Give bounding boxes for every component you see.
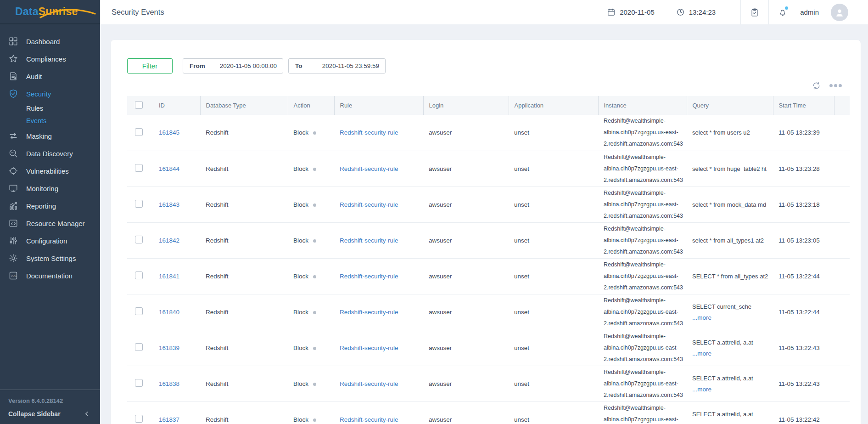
column-header-login[interactable]: Login [423,96,509,115]
rule-link[interactable]: Redshift-security-rule [340,165,398,172]
row-checkbox[interactable] [135,200,143,208]
application-cell: unset [509,258,598,294]
login-cell: awsuser [423,187,509,222]
login-cell: awsuser [423,222,509,258]
query-more-link[interactable]: ...more [692,312,711,323]
event-id-link[interactable]: 161840 [159,309,179,316]
row-checkbox[interactable] [135,164,143,172]
rule-link[interactable]: Redshift-security-rule [340,380,398,387]
action-status-dot [313,239,316,243]
row-checkbox[interactable] [135,415,143,423]
sidebar-item-security[interactable]: Security [0,85,100,102]
sidebar-item-masking[interactable]: Masking [0,127,100,145]
to-datetime-field[interactable]: To 2020-11-05 23:59:59 [288,58,386,73]
filter-button[interactable]: Filter [127,58,173,73]
application-cell: unset [509,401,598,424]
login-cell: awsuser [423,366,509,401]
rule-link[interactable]: Redshift-security-rule [340,273,398,280]
sidebar-item-resource-manager[interactable]: Resource Manager [0,215,100,232]
row-end-spacer [834,258,850,294]
sidebar-subitem-events[interactable]: Events [0,115,100,127]
event-row: 161845RedshiftBlockRedshift-security-rul… [127,115,850,151]
current-time: 13:24:23 [676,8,716,17]
sidebar-item-vulnerabilities[interactable]: Vulnerabilities [0,162,100,180]
column-header-query[interactable]: Query [687,96,773,115]
user-menu[interactable]: admin [800,8,819,16]
sidebar-subitem-rules[interactable]: Rules [0,102,100,115]
column-header-action[interactable]: Action [288,96,334,115]
row-checkbox[interactable] [135,236,143,243]
top-bar-right: 2020-11-05 13:24:23 admin [607,0,868,24]
column-header-rule[interactable]: Rule [334,96,423,115]
sidebar-item-compliances[interactable]: Compliances [0,50,100,68]
row-checkbox[interactable] [135,128,143,136]
rule-link[interactable]: Redshift-security-rule [340,201,398,208]
from-datetime-field[interactable]: From 2020-11-05 00:00:00 [183,58,283,73]
query-more-link[interactable]: ...more [692,348,711,359]
sidebar-item-system-settings[interactable]: System Settings [0,249,100,267]
database-type-cell: Redshift [200,294,288,330]
query-more-link[interactable]: ...more [692,420,711,424]
events-card: Filter From 2020-11-05 00:00:00 To 2020-… [111,40,861,424]
code-window-icon [8,218,18,228]
more-options-button[interactable] [829,84,842,88]
sidebar-item-dashboard[interactable]: Dashboard [0,33,100,50]
notifications-button[interactable] [769,0,796,24]
calendar-icon [607,8,616,17]
application-cell: unset [509,115,598,151]
event-id-link[interactable]: 161844 [159,165,179,172]
column-header-id[interactable]: ID [151,96,200,115]
select-all-checkbox[interactable] [135,101,143,109]
start-time-cell: 11-05 13:23:05 [773,222,834,258]
row-checkbox[interactable] [135,307,143,315]
column-header-instance[interactable]: Instance [598,96,687,115]
event-id-link[interactable]: 161843 [159,201,179,208]
rule-link[interactable]: Redshift-security-rule [340,237,398,244]
sidebar-item-reporting[interactable]: Reporting [0,197,100,215]
tasks-button[interactable] [741,0,768,24]
database-type-cell: Redshift [200,151,288,187]
sidebar-item-label: System Settings [26,254,76,262]
collapse-sidebar-label: Collapse Sidebar [8,410,61,418]
sidebar-item-audit[interactable]: Audit [0,68,100,85]
row-end-spacer [834,366,850,401]
sidebar-item-data-discovery[interactable]: Data Discovery [0,145,100,162]
rule-link[interactable]: Redshift-security-rule [340,309,398,316]
events-table: ID Database Type Action Rule Login Appli… [127,96,850,424]
rule-link[interactable]: Redshift-security-rule [340,129,398,136]
column-header-start-time[interactable]: Start Time [773,96,834,115]
sidebar-item-monitoring[interactable]: Monitoring [0,180,100,197]
instance-cell: Redshift@wealthsimple-albina.cih0p7zgzgp… [598,401,687,424]
refresh-button[interactable] [812,81,821,90]
collapse-sidebar-button[interactable]: Collapse Sidebar [0,410,100,418]
event-id-link[interactable]: 161839 [159,345,179,351]
database-type-cell: Redshift [200,222,288,258]
sidebar-item-documentation[interactable]: DOCDocumentation [0,267,100,284]
event-id-link[interactable]: 161838 [159,380,179,387]
database-type-cell: Redshift [200,258,288,294]
column-header-database-type[interactable]: Database Type [200,96,288,115]
audit-document-icon [8,71,18,81]
login-cell: awsuser [423,294,509,330]
action-status-dot [313,204,316,207]
event-id-link[interactable]: 161837 [159,416,179,423]
brand-logo[interactable]: DataSunrise [0,0,100,24]
query-cell: select * from users u2 [692,127,768,138]
column-header-application[interactable]: Application [509,96,598,115]
event-id-link[interactable]: 161845 [159,129,179,136]
rule-link[interactable]: Redshift-security-rule [340,345,398,351]
row-end-spacer [834,294,850,330]
event-id-link[interactable]: 161841 [159,273,179,280]
login-cell: awsuser [423,151,509,187]
sidebar-item-configuration[interactable]: Configuration [0,232,100,249]
event-id-link[interactable]: 161842 [159,237,179,244]
query-more-link[interactable]: ...more [692,384,711,395]
sidebar-footer: Version 6.4.0.28142 Collapse Sidebar [0,390,100,424]
user-avatar[interactable] [831,4,848,21]
row-checkbox[interactable] [135,379,143,387]
row-checkbox[interactable] [135,271,143,279]
table-header-row: ID Database Type Action Rule Login Appli… [127,96,850,115]
row-checkbox[interactable] [135,343,143,351]
rule-link[interactable]: Redshift-security-rule [340,416,398,423]
query-cell: select * from all_types1 at2 [692,235,768,246]
